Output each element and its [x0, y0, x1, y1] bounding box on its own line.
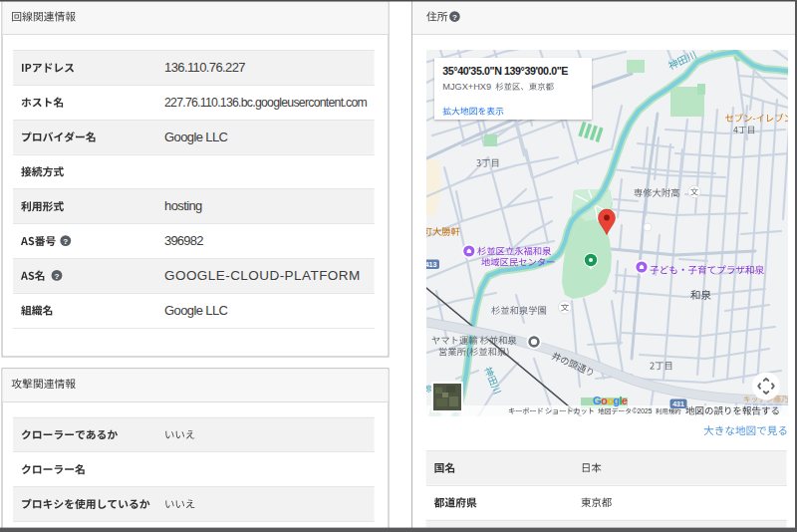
svg-text:136.110.76.227: 136.110.76.227: [164, 60, 245, 75]
svg-text:Google LLC: Google LLC: [164, 130, 228, 144]
svg-text:396982: 396982: [164, 233, 203, 248]
svg-text:Google: Google: [593, 395, 628, 406]
svg-text:413: 413: [425, 261, 437, 268]
svg-text:?: ?: [452, 13, 457, 22]
svg-text:431: 431: [672, 400, 684, 407]
svg-text:35°40'35.0"N 139°39'00.0"E: 35°40'35.0"N 139°39'00.0"E: [442, 65, 568, 77]
svg-text:Google LLC: Google LLC: [164, 303, 228, 318]
svg-text:hosting: hosting: [164, 198, 202, 213]
svg-text:MJGX+HX9: MJGX+HX9: [442, 82, 491, 92]
svg-text:?: ?: [55, 272, 60, 281]
svg-text:©2025: ©2025: [633, 407, 653, 414]
svg-text:GOOGLE-CLOUD-PLATFORM: GOOGLE-CLOUD-PLATFORM: [164, 268, 361, 283]
svg-text:?: ?: [63, 237, 68, 246]
svg-text:227.76.110.136.bc.googleuserco: 227.76.110.136.bc.googleusercontent.com: [164, 96, 367, 110]
